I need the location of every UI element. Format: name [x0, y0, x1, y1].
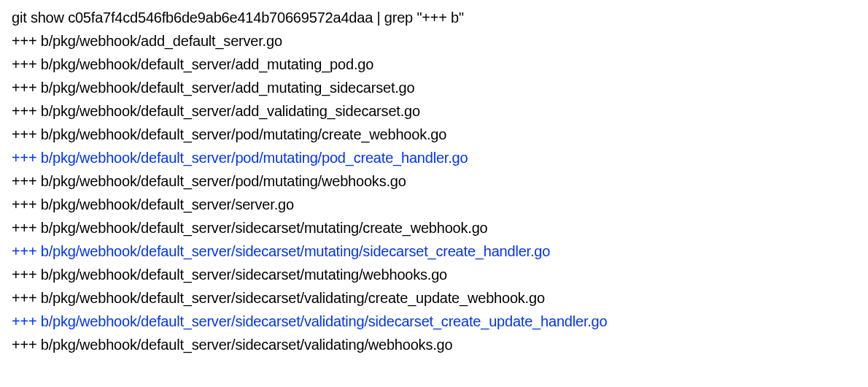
output-line: +++ b/pkg/webhook/default_server/sidecar…: [12, 263, 856, 286]
output-line: +++ b/pkg/webhook/default_server/pod/mut…: [12, 169, 856, 193]
output-line: +++ b/pkg/webhook/default_server/server.…: [12, 193, 856, 216]
output-line: +++ b/pkg/webhook/default_server/sidecar…: [12, 216, 856, 240]
output-line: +++ b/pkg/webhook/default_server/pod/mut…: [12, 146, 856, 169]
output-block: +++ b/pkg/webhook/add_default_server.go+…: [12, 29, 856, 356]
output-line: +++ b/pkg/webhook/default_server/add_val…: [12, 99, 856, 123]
output-line: +++ b/pkg/webhook/default_server/add_mut…: [12, 76, 856, 99]
output-line: +++ b/pkg/webhook/default_server/add_mut…: [12, 53, 856, 76]
output-line: +++ b/pkg/webhook/default_server/sidecar…: [12, 310, 856, 333]
output-line: +++ b/pkg/webhook/default_server/sidecar…: [12, 240, 856, 263]
output-line: +++ b/pkg/webhook/default_server/sidecar…: [12, 333, 856, 356]
command-line: git show c05fa7f4cd546fb6de9ab6e414b7066…: [12, 6, 856, 29]
output-line: +++ b/pkg/webhook/default_server/pod/mut…: [12, 123, 856, 146]
output-line: +++ b/pkg/webhook/add_default_server.go: [12, 29, 856, 53]
output-line: +++ b/pkg/webhook/default_server/sidecar…: [12, 286, 856, 310]
